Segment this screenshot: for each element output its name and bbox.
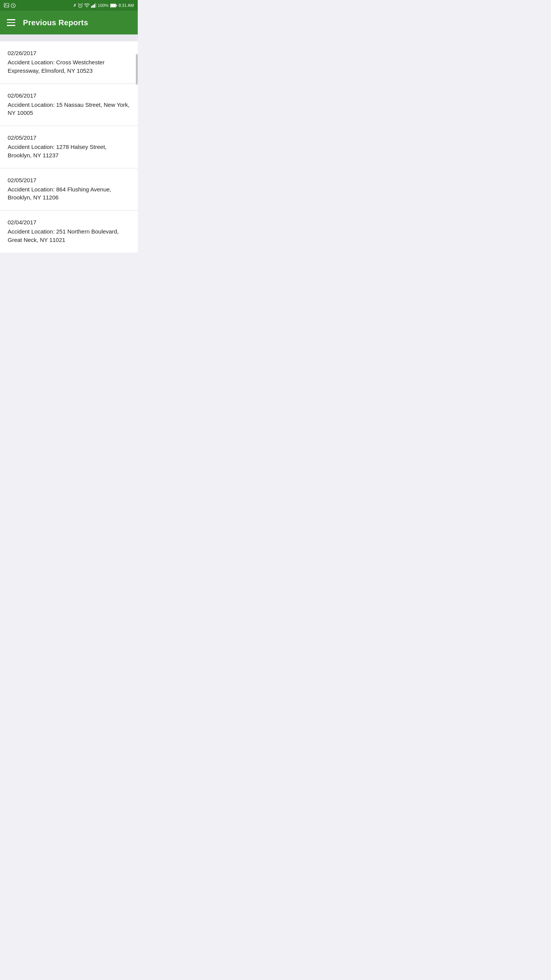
location-label: Accident Location: (8, 228, 55, 235)
signal-icon (91, 3, 96, 8)
svg-rect-6 (94, 4, 95, 8)
location-label: Accident Location: (8, 186, 55, 193)
location-label: Accident Location: (8, 144, 55, 150)
report-item[interactable]: 02/05/2017 Accident Location: 1278 Halse… (0, 126, 138, 168)
hamburger-menu-button[interactable] (7, 19, 15, 26)
status-time: 8:31 AM (119, 3, 134, 8)
status-bar-left-icons (4, 3, 16, 8)
report-date: 02/26/2017 (8, 50, 130, 56)
hamburger-line-3 (7, 25, 15, 26)
location-label: Accident Location: (8, 101, 55, 108)
report-item[interactable]: 02/06/2017 Accident Location: 15 Nassau … (0, 84, 138, 126)
report-date: 02/04/2017 (8, 219, 130, 225)
svg-rect-4 (91, 6, 92, 8)
location-label: Accident Location: (8, 59, 55, 65)
hamburger-line-2 (7, 22, 15, 23)
report-date: 02/06/2017 (8, 92, 130, 99)
report-location: Accident Location: 1278 Halsey Street, B… (8, 143, 130, 160)
report-location: Accident Location: 251 Northern Boulevar… (8, 227, 130, 244)
alarm-icon (78, 3, 83, 8)
svg-rect-9 (111, 4, 116, 7)
report-item[interactable]: 02/04/2017 Accident Location: 251 Northe… (0, 211, 138, 253)
svg-rect-7 (95, 3, 96, 8)
status-bar: ✗ 100% 8:31 AM (0, 0, 138, 11)
report-location: Accident Location: Cross Westchester Exp… (8, 58, 130, 75)
wifi-icon (84, 3, 90, 8)
report-date: 02/05/2017 (8, 134, 130, 141)
image-icon (4, 3, 9, 8)
page-title: Previous Reports (23, 18, 88, 27)
report-date: 02/05/2017 (8, 177, 130, 183)
battery-icon (110, 3, 117, 8)
svg-rect-0 (4, 3, 9, 7)
scrollbar-indicator (136, 54, 138, 85)
report-item[interactable]: 02/26/2017 Accident Location: Cross West… (0, 41, 138, 84)
battery-percent: 100% (98, 3, 109, 8)
bluetooth-icon: ✗ (73, 3, 77, 8)
app-header: Previous Reports (0, 11, 138, 34)
reports-list: 02/26/2017 Accident Location: Cross West… (0, 41, 138, 253)
status-bar-right-icons: ✗ 100% 8:31 AM (73, 3, 134, 8)
clock-icon (11, 3, 16, 8)
svg-rect-10 (116, 5, 117, 6)
svg-rect-5 (92, 5, 93, 8)
report-location: Accident Location: 15 Nassau Street, New… (8, 101, 130, 118)
hamburger-line-1 (7, 19, 15, 20)
report-location: Accident Location: 864 Flushing Avenue, … (8, 185, 130, 202)
report-item[interactable]: 02/05/2017 Accident Location: 864 Flushi… (0, 168, 138, 211)
top-separator (0, 34, 138, 41)
